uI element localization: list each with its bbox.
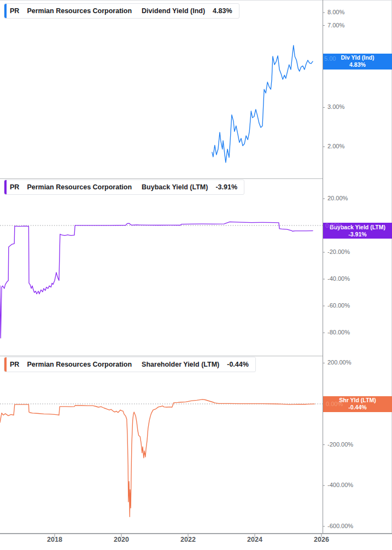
ticker-label: PR: [10, 7, 19, 15]
last-value-badge-dividend[interactable]: 5.00 Div Yld (Ind) 4.83%: [323, 54, 392, 70]
legend-accent-bar: [4, 357, 7, 372]
company-name: Permian Resources Corporation: [27, 183, 132, 191]
legend-accent-bar: [4, 4, 7, 18]
y-axis-label: 8.00%: [327, 9, 344, 15]
series-line-buyback-yield-ltm-: [0, 222, 313, 338]
ticker-label: PR: [10, 183, 19, 191]
series-line-shareholder-yield-ltm-: [0, 400, 314, 517]
last-value-badge-buyback[interactable]: 0.00% Buyback Yield (LTM) -3.91%: [323, 223, 392, 239]
y-axis-label: -200.00%: [327, 441, 353, 448]
badge-value: -0.44%: [323, 404, 392, 411]
company-name: Permian Resources Corporation: [27, 7, 132, 15]
badge-metric: Div Yld (Ind): [323, 54, 392, 61]
company-name: Permian Resources Corporation: [27, 361, 132, 368]
y-axis-label: -60.00%: [327, 302, 350, 309]
y-axis-label: 2.00%: [327, 143, 344, 149]
metric-name: Buyback Yield (LTM): [142, 183, 208, 191]
last-value-badge-shareholder[interactable]: 0.00% Shr Yld (LTM) -0.44%: [323, 396, 392, 412]
metric-name: Shareholder Yield (LTM): [142, 361, 219, 368]
badge-metric: Shr Yld (LTM): [323, 397, 392, 404]
legend-shareholder-yield[interactable]: PR Permian Resources Corporation Shareho…: [4, 357, 256, 372]
y-axis-label: -20.00%: [327, 248, 350, 255]
metric-name: Dividend Yield (Ind): [142, 7, 205, 15]
metric-value: 4.83%: [213, 7, 232, 15]
legend-dividend-yield[interactable]: PR Permian Resources Corporation Dividen…: [4, 3, 239, 19]
y-axis-label: -600.00%: [327, 523, 353, 529]
y-axis-label: -80.00%: [327, 329, 350, 335]
y-axis-label: 7.00%: [327, 22, 344, 28]
metric-value: -0.44%: [227, 361, 249, 368]
y-axis-label: -40.00%: [327, 275, 350, 282]
x-axis-label-2020: 2020: [114, 536, 129, 543]
legend-buyback-yield[interactable]: PR Permian Resources Corporation Buyback…: [4, 180, 244, 195]
x-axis-label-2022: 2022: [180, 536, 196, 543]
multi-panel-yield-chart: PR Permian Resources Corporation Dividen…: [0, 0, 392, 550]
x-axis-label-2024: 2024: [247, 536, 262, 543]
y-axis-label: 3.00%: [327, 103, 344, 110]
badge-value: -3.91%: [323, 231, 392, 238]
y-axis-label: 200.00%: [327, 359, 351, 366]
x-axis-label-2018: 2018: [47, 536, 62, 543]
y-axis-label: 20.00%: [327, 195, 348, 201]
legend-accent-bar: [4, 180, 7, 194]
ticker-label: PR: [10, 361, 19, 368]
y-axis-label: -400.00%: [327, 482, 353, 488]
metric-value: -3.91%: [215, 183, 237, 191]
badge-value: 4.83%: [323, 61, 392, 68]
x-axis-label-2026: 2026: [314, 536, 329, 543]
badge-metric: Buyback Yield (LTM): [323, 224, 392, 231]
series-line-dividend-yield-ind-: [212, 45, 313, 163]
